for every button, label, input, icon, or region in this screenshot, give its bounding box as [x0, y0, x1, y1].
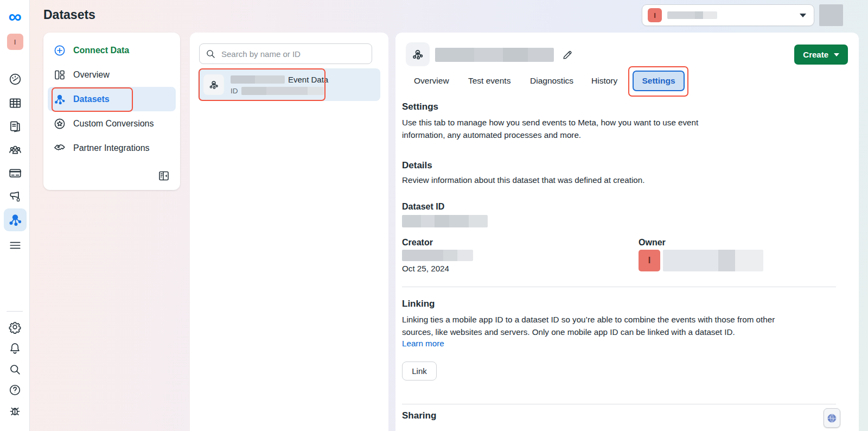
page-title: Datasets — [43, 8, 95, 22]
left-icon-rail: ∞ I — [0, 0, 30, 431]
sidebar-item-label: Connect Data — [73, 46, 129, 55]
details-heading: Details — [402, 160, 432, 171]
sidebar-item-overview[interactable]: Overview — [48, 62, 176, 87]
credit-card-icon — [8, 166, 22, 180]
plus-circle-icon — [53, 44, 66, 57]
table-icon — [8, 96, 22, 110]
redacted-account-name — [667, 11, 717, 19]
gauge-icon — [8, 72, 22, 86]
rail-item-forms[interactable] — [0, 119, 30, 134]
redacted-creator-name — [402, 250, 473, 261]
sidebar-item-partner-integrations[interactable]: Partner Integrations — [48, 136, 176, 160]
datasets-cluster-icon — [8, 212, 23, 227]
linking-description: Linking ties a mobile app ID to a datase… — [402, 314, 777, 338]
rail-item-audiences[interactable] — [0, 142, 30, 157]
rail-item-events-manager[interactable] — [0, 208, 30, 232]
dataset-item-icon-tile — [203, 74, 224, 95]
handshake-icon — [53, 142, 66, 155]
section-divider — [402, 287, 836, 287]
rail-item-all-tools[interactable] — [0, 238, 30, 253]
selected-rail-highlight — [4, 208, 27, 231]
globe-icon — [826, 413, 838, 424]
search-input[interactable] — [220, 49, 366, 59]
collapse-panel-icon — [157, 169, 170, 182]
meta-infinity-icon: ∞ — [8, 8, 21, 24]
sidebar-item-datasets[interactable]: Datasets — [48, 87, 176, 111]
rail-item-report-bug[interactable] — [0, 403, 30, 418]
redacted-avatar-block — [819, 4, 843, 26]
sidebar-nav-card: Connect Data Overview Datasets Custom Co… — [43, 33, 180, 190]
datasets-cluster-icon — [208, 79, 220, 91]
redacted-dataset-id — [241, 87, 324, 95]
redacted-dataset-name — [231, 75, 285, 84]
link-button[interactable]: Link — [402, 362, 437, 381]
section-divider — [402, 404, 836, 404]
sidebar-item-custom-conversions[interactable]: Custom Conversions — [48, 111, 176, 136]
details-description: Review information about this dataset th… — [402, 174, 782, 187]
dataset-list-panel: Event Data ID — [190, 33, 388, 431]
rail-item-reports[interactable] — [0, 96, 30, 111]
owner-value: I — [639, 250, 763, 271]
sharing-heading: Sharing — [402, 410, 436, 421]
rail-item-dashboard[interactable] — [0, 72, 30, 87]
create-button[interactable]: Create — [794, 45, 848, 65]
dataset-header-icon-tile — [406, 42, 430, 66]
linking-heading: Linking — [402, 299, 435, 309]
tab-settings[interactable]: Settings — [633, 71, 685, 91]
sidebar-item-label: Overview — [73, 70, 110, 80]
tab-history[interactable]: History — [591, 76, 617, 86]
chevron-down-icon — [800, 14, 806, 17]
tab-diagnostics[interactable]: Diagnostics — [530, 76, 573, 86]
create-button-label: Create — [803, 50, 828, 59]
learn-more-link[interactable]: Learn more — [402, 338, 444, 350]
pencil-icon — [561, 49, 573, 61]
megaphone-icon — [8, 189, 22, 204]
dataset-id-label: Dataset ID — [402, 202, 444, 212]
edit-dataset-name-button[interactable] — [561, 49, 573, 61]
overview-layout-icon — [53, 68, 66, 81]
rail-item-billing[interactable] — [0, 166, 30, 181]
chevron-down-icon — [834, 53, 839, 56]
collapse-sidebar-button[interactable] — [157, 169, 170, 182]
business-avatar-button[interactable]: I — [0, 33, 30, 51]
sidebar-item-label: Custom Conversions — [73, 119, 154, 129]
creator-label: Creator — [402, 238, 433, 248]
question-icon — [8, 383, 22, 397]
sidebar-item-connect-data[interactable]: Connect Data — [48, 38, 176, 62]
hamburger-menu-icon — [8, 238, 22, 252]
account-avatar: I — [648, 8, 662, 22]
redacted-dataset-id-value — [402, 215, 488, 227]
dataset-search[interactable] — [199, 43, 372, 64]
creator-date: Oct 25, 2024 — [402, 263, 449, 275]
dataset-name-suffix: Event Data — [288, 75, 328, 84]
account-dropdown[interactable]: I — [642, 4, 814, 26]
datasets-cluster-icon — [411, 47, 425, 61]
tab-test-events[interactable]: Test events — [468, 76, 510, 86]
id-label: ID — [231, 87, 238, 95]
star-circle-icon — [53, 117, 66, 130]
redacted-owner-name — [663, 250, 763, 271]
redacted-dataset-title — [435, 48, 554, 62]
rail-item-notifications[interactable] — [0, 340, 30, 356]
meta-logo[interactable]: ∞ — [0, 7, 30, 26]
owner-avatar: I — [639, 250, 660, 271]
gear-icon — [8, 320, 22, 334]
bell-icon — [8, 341, 22, 355]
sidebar-item-label: Partner Integrations — [73, 143, 150, 153]
business-avatar: I — [7, 34, 23, 50]
dataset-detail-panel: Create Overview Test events Diagnostics … — [395, 33, 859, 431]
dataset-item-title: Event Data — [231, 75, 328, 84]
sidebar-item-label: Datasets — [73, 94, 110, 104]
dataset-list-item[interactable]: Event Data ID — [198, 68, 380, 101]
settings-heading: Settings — [402, 102, 438, 112]
datasets-cluster-icon — [53, 93, 66, 106]
rail-item-settings[interactable] — [0, 319, 30, 334]
rail-item-ads[interactable] — [0, 189, 30, 204]
rail-divider — [7, 311, 23, 312]
owner-label: Owner — [639, 238, 666, 248]
rail-item-search[interactable] — [0, 362, 30, 377]
settings-description: Use this tab to manage how you send even… — [402, 117, 721, 141]
rail-item-help[interactable] — [0, 382, 30, 397]
globe-widget-button[interactable] — [824, 408, 840, 428]
tab-overview[interactable]: Overview — [414, 76, 449, 86]
